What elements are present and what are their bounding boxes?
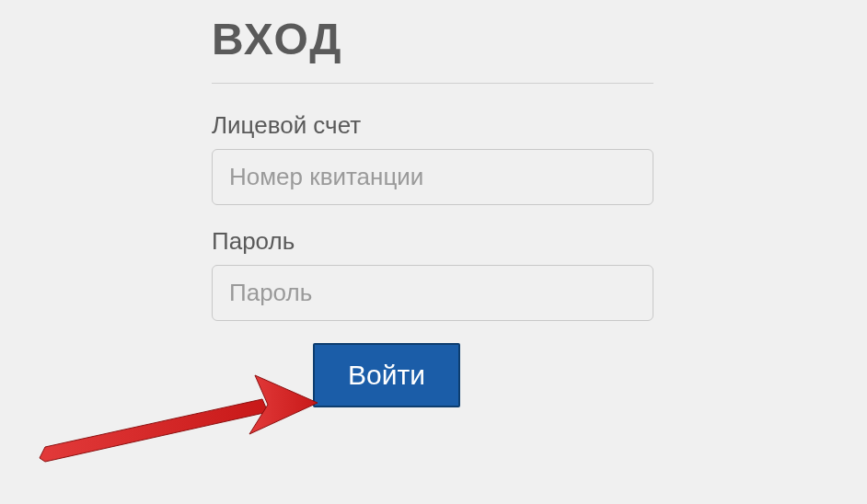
password-input[interactable] [212,265,653,321]
password-field-group: Пароль [212,227,653,321]
account-label: Лицевой счет [212,111,653,140]
divider [212,83,653,84]
svg-marker-0 [40,399,268,462]
password-label: Пароль [212,227,653,256]
login-form: ВХОД Лицевой счет Пароль Войти [212,14,653,407]
button-row: Войти [212,343,653,407]
login-button[interactable]: Войти [313,343,460,407]
page-title: ВХОД [212,14,653,64]
account-field-group: Лицевой счет [212,111,653,205]
account-input[interactable] [212,149,653,205]
